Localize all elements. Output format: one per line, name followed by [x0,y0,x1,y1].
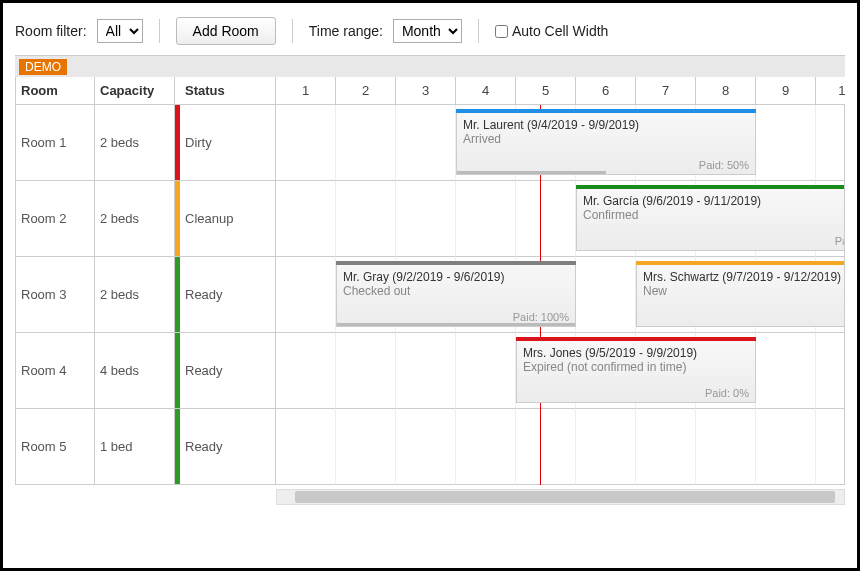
grid-cell[interactable] [456,181,516,257]
grid-cell[interactable] [276,181,336,257]
auto-cell-width-checkbox[interactable] [495,25,508,38]
grid-cell[interactable] [336,333,396,409]
event-subtitle: New [643,284,845,298]
status-text: Dirty [185,135,212,150]
grid-cell[interactable] [276,105,336,181]
column-header-status[interactable]: Status [175,77,276,105]
timeline-row[interactable]: Mr. Gray (9/2/2019 - 9/6/2019)Checked ou… [276,257,845,333]
grid-cell[interactable] [396,181,456,257]
scrollbar-thumb[interactable] [295,491,835,503]
column-header-room[interactable]: Room [15,77,95,105]
grid-cell[interactable] [276,257,336,333]
room-name[interactable]: Room 3 [15,257,95,333]
add-room-button[interactable]: Add Room [176,17,276,45]
reservation-event[interactable]: Mrs. Schwartz (9/7/2019 - 9/12/2019)New [636,261,845,327]
toolbar: Room filter: All Add Room Time range: Mo… [15,13,845,55]
event-title: Mrs. Schwartz (9/7/2019 - 9/12/2019) [643,270,845,284]
grid-cell[interactable] [396,409,456,485]
event-subtitle: Checked out [343,284,569,298]
grid-cell[interactable] [756,105,816,181]
horizontal-scrollbar[interactable] [276,489,845,505]
rows-container: Room 12 bedsDirtyMr. Laurent (9/4/2019 -… [15,105,845,485]
status-color-bar [175,105,180,180]
room-name[interactable]: Room 1 [15,105,95,181]
grid-cell[interactable] [336,105,396,181]
grid-cell[interactable] [456,333,516,409]
room-filter-select[interactable]: All [97,19,143,43]
demo-row: DEMO [15,55,845,77]
event-subtitle: Expired (not confirmed in time) [523,360,749,374]
grid-cell[interactable] [576,409,636,485]
grid-cell[interactable] [516,181,576,257]
room-row: Room 51 bedReady [15,409,845,485]
status-text: Ready [185,439,223,454]
room-row: Room 22 bedsCleanupMr. García (9/6/2019 … [15,181,845,257]
event-subtitle: Arrived [463,132,749,146]
event-title: Mrs. Jones (9/5/2019 - 9/9/2019) [523,346,749,360]
reservation-event[interactable]: Mrs. Jones (9/5/2019 - 9/9/2019)Expired … [516,337,756,403]
timeline-row[interactable]: Mrs. Jones (9/5/2019 - 9/9/2019)Expired … [276,333,845,409]
day-header[interactable]: 7 [636,77,696,105]
event-paid: Paid: 0 [835,235,845,247]
event-subtitle: Confirmed [583,208,845,222]
status-color-bar [175,333,180,408]
timeline-header: 12345678910 [276,77,845,105]
event-progress [337,323,575,326]
event-title: Mr. Gray (9/2/2019 - 9/6/2019) [343,270,569,284]
reservation-event[interactable]: Mr. García (9/6/2019 - 9/11/2019)Confirm… [576,185,845,251]
timeline-row[interactable]: Mr. Laurent (9/4/2019 - 9/9/2019)Arrived… [276,105,845,181]
room-name[interactable]: Room 4 [15,333,95,409]
day-header[interactable]: 5 [516,77,576,105]
event-color-bar [336,261,576,265]
event-paid: Paid: 0% [705,387,749,399]
day-header[interactable]: 3 [396,77,456,105]
column-header-capacity[interactable]: Capacity [95,77,175,105]
timeline-row[interactable]: Mr. García (9/6/2019 - 9/11/2019)Confirm… [276,181,845,257]
event-color-bar [636,261,845,265]
room-name[interactable]: Room 2 [15,181,95,257]
grid-cell[interactable] [576,257,636,333]
room-name[interactable]: Room 5 [15,409,95,485]
grid-cell[interactable] [696,409,756,485]
grid-cell[interactable] [756,333,816,409]
app-window: Room filter: All Add Room Time range: Mo… [0,0,860,571]
day-header[interactable]: 2 [336,77,396,105]
scheduler: Room Capacity Status 12345678910 Room 12… [15,77,845,485]
room-capacity: 2 beds [95,181,175,257]
event-color-bar [456,109,756,113]
reservation-event[interactable]: Mr. Laurent (9/4/2019 - 9/9/2019)Arrived… [456,109,756,175]
grid-cell[interactable] [816,105,845,181]
day-header[interactable]: 4 [456,77,516,105]
grid-cell[interactable] [276,409,336,485]
timeline-row[interactable] [276,409,845,485]
status-color-bar [175,181,180,256]
room-status: Ready [175,409,276,485]
grid-cell[interactable] [756,409,816,485]
day-header[interactable]: 6 [576,77,636,105]
day-header[interactable]: 10 [816,77,845,105]
event-color-bar [516,337,756,341]
day-header[interactable]: 1 [276,77,336,105]
room-row: Room 12 bedsDirtyMr. Laurent (9/4/2019 -… [15,105,845,181]
status-color-bar [175,409,180,484]
today-marker [540,409,541,485]
day-header[interactable]: 8 [696,77,756,105]
grid-cell[interactable] [636,409,696,485]
event-progress [457,171,606,174]
reservation-event[interactable]: Mr. Gray (9/2/2019 - 9/6/2019)Checked ou… [336,261,576,327]
grid-cell[interactable] [396,333,456,409]
day-header[interactable]: 9 [756,77,816,105]
room-row: Room 44 bedsReadyMrs. Jones (9/5/2019 - … [15,333,845,409]
auto-cell-width-label: Auto Cell Width [512,23,608,39]
grid-cell[interactable] [276,333,336,409]
grid-cell[interactable] [396,105,456,181]
separator [292,19,293,43]
grid-cell[interactable] [816,333,845,409]
grid-cell[interactable] [336,181,396,257]
grid-cell[interactable] [336,409,396,485]
room-capacity: 4 beds [95,333,175,409]
grid-cell[interactable] [816,409,845,485]
grid-cell[interactable] [516,409,576,485]
time-range-select[interactable]: Month [393,19,462,43]
grid-cell[interactable] [456,409,516,485]
